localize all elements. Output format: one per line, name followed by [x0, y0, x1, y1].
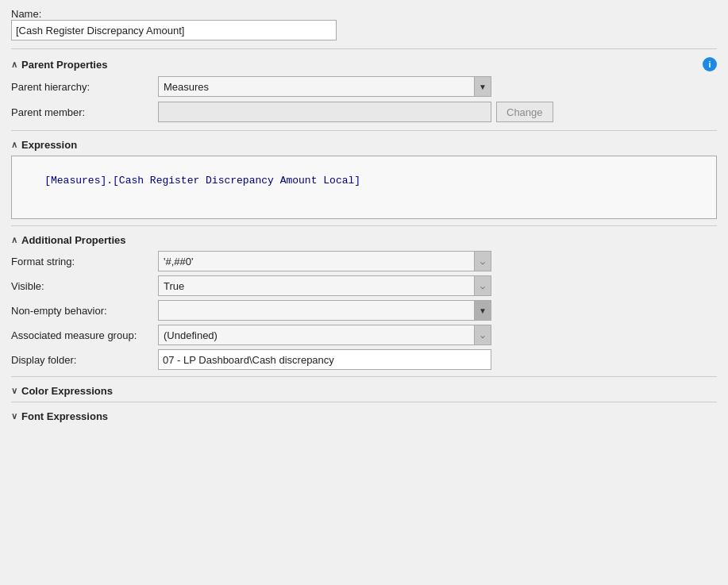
font-expressions-label: Font Expressions: [21, 410, 108, 422]
non-empty-select-wrapper: ▼: [158, 300, 491, 321]
divider-4: [11, 376, 717, 377]
divider-3: [11, 225, 717, 226]
visible-label: Visible:: [11, 280, 158, 292]
format-string-select-wrapper: '#,##0' ⌵: [158, 251, 491, 271]
display-folder-input[interactable]: [158, 349, 491, 370]
format-string-select[interactable]: '#,##0': [158, 251, 491, 271]
non-empty-row: Non-empty behavior: ▼: [11, 300, 717, 321]
non-empty-label: Non-empty behavior:: [11, 305, 158, 317]
additional-properties-chevron: ∧: [11, 235, 17, 245]
font-expressions-header[interactable]: ∨ Font Expressions: [11, 410, 717, 422]
additional-properties-header[interactable]: ∧ Additional Properties: [11, 234, 717, 246]
main-container: Name: ∧ Parent Properties i Parent hiera…: [0, 0, 728, 585]
name-input[interactable]: [11, 20, 337, 40]
parent-hierarchy-select[interactable]: Measures: [158, 76, 491, 97]
parent-hierarchy-row: Parent hierarchy: Measures ▼: [11, 76, 717, 97]
assoc-measure-row: Associated measure group: (Undefined) ⌵: [11, 325, 717, 345]
name-label: Name:: [11, 8, 41, 20]
parent-member-label: Parent member:: [11, 106, 158, 118]
assoc-measure-label: Associated measure group:: [11, 329, 158, 341]
parent-member-row: Parent member: Change: [11, 102, 717, 122]
color-expressions-chevron: ∨: [11, 386, 17, 396]
change-button[interactable]: Change: [496, 102, 553, 122]
name-field-row: [11, 20, 717, 40]
assoc-measure-select-wrapper: (Undefined) ⌵: [158, 325, 491, 345]
non-empty-select[interactable]: [158, 300, 491, 321]
parent-hierarchy-select-wrapper: Measures ▼: [158, 76, 491, 97]
divider-5: [11, 402, 717, 402]
divider-2: [11, 130, 717, 131]
parent-properties-label: Parent Properties: [21, 59, 107, 71]
parent-member-input[interactable]: [158, 102, 491, 122]
expression-value: [Measures].[Cash Register Discrepancy Am…: [44, 175, 360, 187]
divider-1: [11, 48, 717, 49]
parent-properties-chevron: ∧: [11, 60, 17, 70]
font-expressions-chevron: ∨: [11, 411, 17, 421]
expression-label: Expression: [21, 139, 77, 151]
parent-properties-header[interactable]: ∧ Parent Properties i: [11, 57, 717, 71]
name-label-row: Name:: [11, 8, 717, 20]
format-string-row: Format string: '#,##0' ⌵: [11, 251, 717, 271]
additional-properties-label: Additional Properties: [21, 234, 125, 246]
visible-row: Visible: True ⌵: [11, 275, 717, 296]
visible-select[interactable]: True: [158, 275, 491, 296]
visible-select-wrapper: True ⌵: [158, 275, 491, 296]
display-folder-row: Display folder:: [11, 349, 717, 370]
parent-hierarchy-label: Parent hierarchy:: [11, 81, 158, 93]
color-expressions-header[interactable]: ∨ Color Expressions: [11, 385, 717, 397]
assoc-measure-select[interactable]: (Undefined): [158, 325, 491, 345]
expression-header[interactable]: ∧ Expression: [11, 139, 717, 151]
color-expressions-label: Color Expressions: [21, 385, 113, 397]
expression-area[interactable]: [Measures].[Cash Register Discrepancy Am…: [11, 156, 717, 219]
display-folder-label: Display folder:: [11, 354, 158, 366]
expression-chevron: ∧: [11, 140, 17, 150]
format-string-label: Format string:: [11, 256, 158, 267]
info-icon[interactable]: i: [703, 57, 717, 71]
